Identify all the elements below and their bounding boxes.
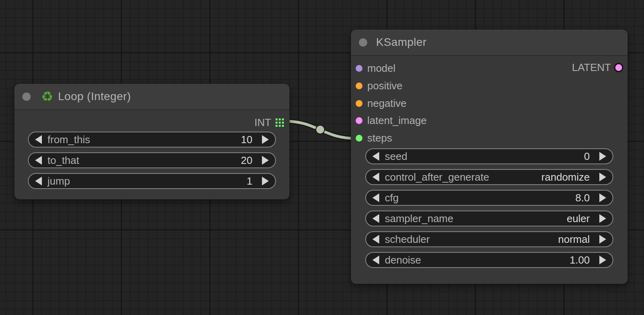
input-slot-latent_image[interactable]: latent_image	[356, 114, 427, 126]
widget-value[interactable]: 20	[241, 154, 262, 167]
collapse-dot[interactable]	[359, 38, 367, 47]
output-slot-int[interactable]: INT	[254, 116, 284, 128]
latent-image-slot-dot[interactable]	[356, 117, 362, 124]
input-slot-negative[interactable]: negative	[356, 97, 406, 109]
node-title: KSampler	[376, 36, 427, 49]
node-graph-canvas[interactable]: { "canvas": { "background_color": "#2424…	[0, 0, 644, 315]
increment-arrow-icon[interactable]	[599, 152, 606, 161]
widget-value[interactable]: 0	[584, 150, 599, 163]
input-slot-label: negative	[367, 97, 406, 110]
widget-cfg[interactable]: cfg 8.0	[365, 190, 613, 206]
increment-arrow-icon[interactable]	[262, 177, 269, 185]
decrement-arrow-icon[interactable]	[35, 156, 42, 165]
input-slot-label: latent_image	[367, 114, 427, 127]
output-slot-label: INT	[254, 116, 271, 129]
widget-label: control_after_generate	[385, 171, 489, 183]
widget-value[interactable]: 1	[247, 175, 262, 187]
int-grid-output-icon[interactable]	[276, 118, 284, 127]
loop-integer-node[interactable]: ♻ Loop (Integer) INT from_this 10 to_tha…	[14, 84, 290, 199]
widget-label: scheduler	[385, 233, 430, 246]
increment-arrow-icon[interactable]	[262, 156, 269, 165]
input-slot-steps[interactable]: steps	[356, 132, 392, 144]
positive-slot-dot[interactable]	[356, 83, 362, 89]
input-slot-model[interactable]: model	[356, 62, 396, 74]
widget-jump[interactable]: jump 1	[28, 173, 276, 189]
loop-node-titlebar[interactable]: ♻ Loop (Integer)	[14, 84, 290, 110]
input-slot-positive[interactable]: positive	[356, 80, 402, 92]
widget-value[interactable]: randomize	[542, 171, 599, 183]
input-slot-label: steps	[367, 132, 392, 144]
node-title: Loop (Integer)	[58, 90, 131, 103]
widget-value[interactable]: euler	[567, 213, 599, 225]
prev-option-arrow-icon[interactable]	[372, 235, 379, 244]
decrement-arrow-icon[interactable]	[372, 193, 379, 202]
widget-value[interactable]: normal	[558, 233, 599, 246]
wire-midpoint-dot	[316, 125, 325, 134]
widget-label: jump	[47, 175, 70, 187]
widget-label: sampler_name	[385, 213, 453, 225]
widget-value[interactable]: 10	[241, 134, 262, 146]
widget-from_this[interactable]: from_this 10	[28, 132, 276, 148]
widget-label: from_this	[47, 134, 90, 146]
widget-control_after_generate[interactable]: control_after_generate randomize	[365, 169, 613, 185]
recycle-icon: ♻	[41, 90, 53, 103]
widget-sampler_name[interactable]: sampler_name euler	[365, 211, 613, 226]
widget-value[interactable]: 1.00	[569, 254, 599, 266]
output-slot-label: LATENT	[572, 61, 611, 74]
increment-arrow-icon[interactable]	[599, 193, 606, 202]
decrement-arrow-icon[interactable]	[35, 135, 42, 144]
ksampler-node[interactable]: KSampler model positive negative latent_…	[351, 30, 628, 284]
ksampler-node-titlebar[interactable]: KSampler	[351, 30, 628, 56]
prev-option-arrow-icon[interactable]	[372, 173, 379, 181]
widget-to_that[interactable]: to_that 20	[28, 152, 276, 168]
prev-option-arrow-icon[interactable]	[372, 214, 379, 223]
collapse-dot[interactable]	[22, 93, 31, 101]
widget-scheduler[interactable]: scheduler normal	[365, 231, 613, 247]
increment-arrow-icon[interactable]	[262, 135, 269, 144]
widget-label: seed	[385, 150, 407, 163]
input-slot-label: positive	[367, 80, 402, 92]
input-slot-label: model	[367, 62, 396, 75]
decrement-arrow-icon[interactable]	[372, 152, 379, 161]
negative-slot-dot[interactable]	[356, 100, 362, 107]
steps-slot-dot[interactable]	[356, 135, 362, 142]
latent-output-dot[interactable]	[615, 64, 622, 71]
increment-arrow-icon[interactable]	[599, 256, 606, 264]
widget-denoise[interactable]: denoise 1.00	[365, 252, 613, 268]
decrement-arrow-icon[interactable]	[35, 177, 42, 185]
next-option-arrow-icon[interactable]	[599, 214, 606, 223]
output-slot-latent[interactable]: LATENT	[572, 61, 622, 73]
widget-label: cfg	[385, 192, 399, 204]
widget-label: denoise	[385, 254, 421, 266]
decrement-arrow-icon[interactable]	[372, 256, 379, 264]
widget-seed[interactable]: seed 0	[365, 148, 613, 164]
next-option-arrow-icon[interactable]	[599, 235, 606, 244]
next-option-arrow-icon[interactable]	[599, 173, 606, 181]
widget-label: to_that	[47, 154, 79, 167]
widget-value[interactable]: 8.0	[575, 192, 599, 204]
model-slot-dot[interactable]	[356, 65, 362, 72]
